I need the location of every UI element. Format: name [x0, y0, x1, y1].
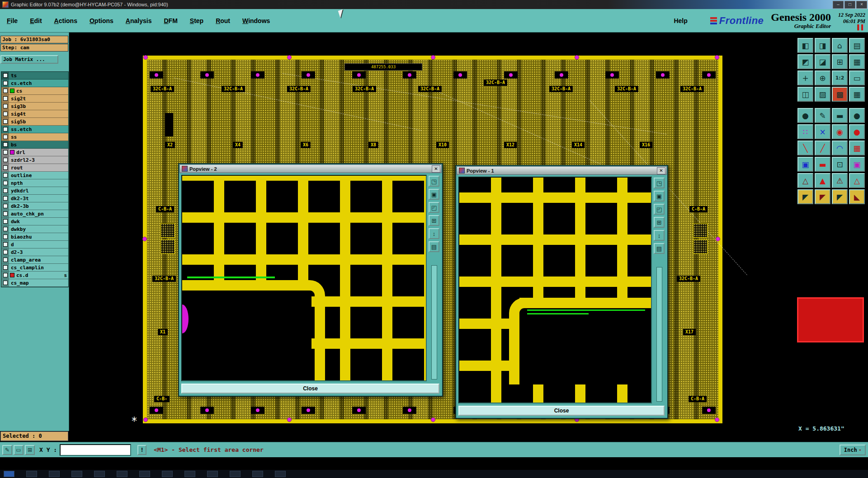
menu-options[interactable]: Options	[90, 17, 113, 24]
popview-tool-fit-view[interactable]: ◰	[654, 204, 665, 215]
layer-checkbox[interactable]	[3, 281, 8, 285]
layer-checkbox[interactable]	[3, 211, 8, 216]
tool-select-object[interactable]: ◤	[832, 189, 848, 204]
tool-warn-filled[interactable]: ▲	[815, 173, 830, 188]
layer-row-cs_map[interactable]: cs_map	[1, 279, 68, 287]
navigator-view-rectangle[interactable]	[797, 297, 864, 342]
menu-rout[interactable]: Rout	[216, 17, 230, 24]
popview-close-icon[interactable]: ✕	[657, 167, 665, 174]
layer-checkbox[interactable]	[3, 112, 8, 116]
tool-pad-select[interactable]: ▣	[849, 157, 865, 172]
layer-row-cs_clamplin[interactable]: cs_clamplin	[1, 264, 68, 272]
tool-warn-select[interactable]: △	[849, 173, 865, 188]
menu-dfm[interactable]: DFM	[164, 17, 177, 24]
layer-checkbox[interactable]	[3, 196, 8, 201]
layer-row-sig4t[interactable]: sig4t	[1, 110, 68, 118]
popview-titlebar[interactable]: Popview - 2 ✕	[179, 164, 442, 173]
popview-tool-zoom-in[interactable]: ◳	[429, 176, 439, 187]
tool-zoom-in[interactable]: ◩	[797, 54, 813, 69]
tool-line-width[interactable]: ▬	[832, 108, 848, 123]
layer-checkbox[interactable]	[3, 219, 8, 224]
popview-tool-zoom-out[interactable]: ▣	[654, 191, 665, 202]
layer-checkbox[interactable]	[3, 135, 8, 139]
tool-view-next[interactable]: ◨	[815, 38, 830, 53]
popview-canvas[interactable]	[181, 175, 427, 381]
tool-fill-tool[interactable]: ▦	[849, 141, 865, 155]
layer-checkbox[interactable]	[3, 165, 8, 170]
popview-close-button[interactable]: Close	[458, 406, 665, 416]
layer-row-ss[interactable]: ss	[1, 133, 68, 141]
tool-view-home[interactable]: ⌂	[832, 38, 848, 53]
layer-checkbox[interactable]	[3, 81, 8, 85]
unit-selector[interactable]: Inch ▾	[840, 445, 866, 455]
taskbar-app-icon[interactable]	[230, 471, 241, 477]
popview-tool-layers[interactable]: ▤	[654, 243, 665, 254]
layer-checkbox[interactable]	[3, 150, 8, 155]
xy-input[interactable]	[60, 444, 131, 456]
popview-tool-zoom-in[interactable]: ◳	[654, 178, 665, 188]
layer-checkbox[interactable]	[3, 258, 8, 262]
tool-arc-tool[interactable]: ◠	[832, 141, 848, 155]
statusbar-draw-mode-button[interactable]: ✎	[2, 445, 12, 455]
tool-target-tool[interactable]: ⊡	[832, 157, 848, 172]
layer-checkbox[interactable]	[3, 142, 8, 147]
popview-2-window[interactable]: Popview - 2 ✕ ◳▣◰⊞↕▤ Close	[178, 163, 443, 397]
layer-row-cs.etch[interactable]: cs.etch	[1, 80, 68, 87]
popview-tool-fit-view[interactable]: ◰	[429, 202, 439, 213]
tool-warn-outline[interactable]: △	[797, 173, 813, 188]
layer-row-ts[interactable]: ts	[1, 72, 68, 80]
popview-tool-grid[interactable]: ⊞	[654, 217, 665, 228]
layer-row-outline[interactable]: outline	[1, 172, 68, 179]
layer-checkbox[interactable]	[3, 242, 8, 247]
layer-row-dwk[interactable]: dwk	[1, 218, 68, 225]
menu-edit[interactable]: Edit	[30, 17, 42, 24]
taskbar-app-icon[interactable]	[162, 471, 173, 477]
layer-row-sig5b[interactable]: sig5b	[1, 118, 68, 126]
menu-file[interactable]: File	[7, 17, 18, 24]
alert-button[interactable]: !	[137, 445, 146, 455]
layer-checkbox[interactable]	[3, 89, 8, 93]
tool-point-tool[interactable]: ●	[849, 124, 865, 139]
tool-hatch-view[interactable]: ▨	[815, 87, 830, 102]
tool-bar-tool[interactable]: ▬	[815, 157, 830, 172]
popview-tool-pan[interactable]: ↕	[654, 230, 665, 241]
tool-mesh-view[interactable]: ▦	[849, 87, 865, 102]
tool-select-tool[interactable]: ◤	[797, 189, 813, 204]
layer-row-szdrl2-3[interactable]: szdrl2-3	[1, 156, 68, 164]
layer-checkbox[interactable]	[3, 104, 8, 108]
tool-zoom-all[interactable]: ▦	[849, 54, 865, 69]
layer-row-bs[interactable]: bs	[1, 141, 68, 149]
window-maximize-button[interactable]: □	[844, 1, 855, 9]
tool-view-prev[interactable]: ◧	[797, 38, 813, 53]
popview-tool-pan[interactable]: ↕	[429, 228, 439, 239]
layer-row-d[interactable]: d	[1, 241, 68, 248]
layer-checkbox[interactable]	[3, 188, 8, 193]
tool-center-view[interactable]: ⊕	[815, 70, 830, 85]
layer-checkbox[interactable]	[3, 204, 8, 208]
layer-checkbox[interactable]	[3, 127, 8, 131]
menu-actions[interactable]: Actions	[54, 17, 77, 24]
layer-checkbox[interactable]	[3, 273, 8, 277]
popview-tool-layers[interactable]: ▤	[429, 241, 439, 252]
layer-row-rout[interactable]: rout	[1, 164, 68, 172]
layer-row-ydkdrl[interactable]: ydkdrl	[1, 187, 68, 195]
taskbar-app-icon[interactable]	[94, 471, 105, 477]
taskbar-app-icon[interactable]	[275, 471, 286, 477]
popview-close-button[interactable]: Close	[181, 384, 439, 394]
popview-canvas[interactable]	[458, 177, 652, 403]
tool-split-view[interactable]: ◫	[797, 87, 813, 102]
layer-checkbox[interactable]	[3, 234, 8, 239]
layer-checkbox[interactable]	[3, 73, 8, 78]
tool-warn-alert[interactable]: ⚠	[832, 173, 848, 188]
taskbar-app-icon[interactable]	[49, 471, 60, 477]
taskbar-app-icon[interactable]	[184, 471, 195, 477]
taskbar-start-button[interactable]	[4, 471, 14, 477]
job-matrix-button[interactable]: Job Matrix ...	[0, 55, 58, 64]
menu-step[interactable]: Step	[190, 17, 203, 24]
tool-pad-tool[interactable]: ●	[797, 108, 813, 123]
tool-select-area[interactable]: ◣	[849, 189, 865, 204]
window-minimize-button[interactable]: –	[833, 1, 844, 9]
layer-row-biaozhu[interactable]: biaozhu	[1, 233, 68, 241]
tool-rect-tool[interactable]: ▣	[797, 157, 813, 172]
tool-draw-tool[interactable]: ✎	[815, 108, 830, 123]
